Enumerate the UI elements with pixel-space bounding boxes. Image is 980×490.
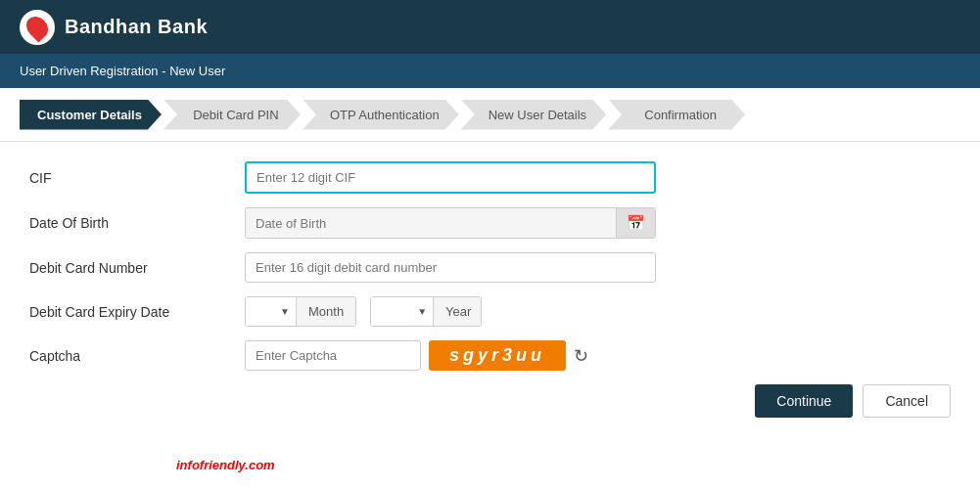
- step-debit-card-pin[interactable]: Debit Card PIN: [163, 100, 301, 130]
- step-label-pin: Debit Card PIN: [193, 108, 278, 122]
- bank-name: Bandhan Bank: [65, 16, 208, 38]
- expiry-wrapper: 01 02 03 04 05 06 07 08 09 10 11 12 ▼ Mo…: [245, 296, 482, 327]
- steps-nav: Customer Details Debit Card PIN OTP Auth…: [0, 88, 980, 142]
- expiry-label: Debit Card Expiry Date: [29, 304, 245, 320]
- watermark: infofriendly.com: [176, 458, 275, 472]
- captcha-image: sgyr3uu: [429, 340, 566, 371]
- debit-card-control: [245, 252, 656, 283]
- year-select[interactable]: 2024 2025 2026 2027 2028 2029: [371, 297, 411, 326]
- year-select-wrap: 2024 2025 2026 2027 2028 2029 ▼ Year: [370, 296, 482, 327]
- buttons-row: Continue Cancel: [314, 384, 951, 418]
- dob-wrapper: 📅: [245, 207, 656, 239]
- dob-input[interactable]: [246, 209, 616, 238]
- debit-card-label: Debit Card Number: [29, 260, 245, 276]
- breadcrumb-bar: User Driven Registration - New User: [0, 54, 980, 88]
- step-customer-details[interactable]: Customer Details: [20, 100, 162, 130]
- step-label-new-user: New User Details: [489, 108, 586, 122]
- captcha-input[interactable]: [245, 340, 421, 371]
- logo-teardrop: [22, 12, 52, 42]
- continue-button[interactable]: Continue: [755, 384, 853, 418]
- month-static-label: Month: [296, 297, 355, 326]
- captcha-label: Captcha: [29, 348, 245, 364]
- bank-logo: [20, 10, 55, 45]
- month-select-wrap: 01 02 03 04 05 06 07 08 09 10 11 12 ▼ Mo…: [245, 296, 356, 327]
- dob-row: Date Of Birth 📅: [29, 207, 951, 239]
- cif-label: CIF: [29, 170, 245, 186]
- cif-row: CIF: [29, 161, 951, 194]
- year-static-label: Year: [433, 297, 482, 326]
- captcha-row: Captcha sgyr3uu ↻: [29, 340, 951, 371]
- month-select[interactable]: 01 02 03 04 05 06 07 08 09 10 11 12: [246, 297, 274, 326]
- cif-control: [245, 161, 656, 194]
- expiry-row: Debit Card Expiry Date 01 02 03 04 05 06…: [29, 296, 951, 327]
- cif-input[interactable]: [245, 161, 656, 194]
- step-confirmation[interactable]: Confirmation: [608, 100, 745, 130]
- step-otp-auth[interactable]: OTP Authentication: [303, 100, 459, 130]
- year-dropdown-arrow: ▼: [411, 299, 433, 324]
- step-new-user-details[interactable]: New User Details: [461, 100, 606, 130]
- captcha-wrapper: sgyr3uu ↻: [245, 340, 588, 371]
- debit-card-input[interactable]: [245, 252, 656, 283]
- breadcrumb-text: User Driven Registration - New User: [20, 64, 225, 78]
- month-dropdown-arrow: ▼: [274, 299, 296, 324]
- cancel-button[interactable]: Cancel: [863, 384, 951, 418]
- step-label-otp: OTP Authentication: [330, 108, 440, 122]
- debit-card-row: Debit Card Number: [29, 252, 951, 283]
- header: Bandhan Bank: [0, 0, 980, 54]
- refresh-icon[interactable]: ↻: [574, 345, 588, 367]
- calendar-icon[interactable]: 📅: [616, 208, 655, 238]
- step-label-customer: Customer Details: [37, 108, 142, 122]
- form-area: CIF Date Of Birth 📅 Debit Card Number De…: [0, 142, 980, 490]
- step-label-confirmation: Confirmation: [644, 108, 717, 122]
- dob-label: Date Of Birth: [29, 215, 245, 231]
